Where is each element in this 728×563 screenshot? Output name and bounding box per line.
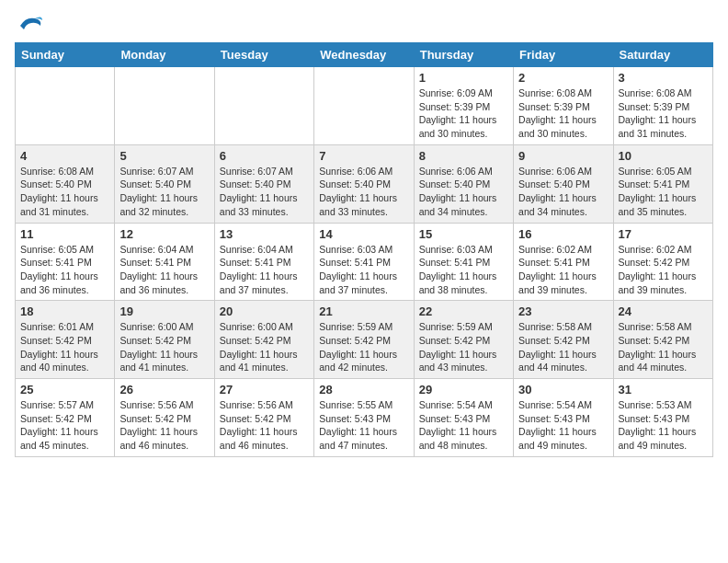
calendar-cell: 30Sunrise: 5:54 AM Sunset: 5:43 PM Dayli… xyxy=(514,379,613,457)
day-number: 25 xyxy=(20,383,109,396)
day-number: 30 xyxy=(518,383,608,396)
logo-bird-icon xyxy=(17,15,42,35)
calendar-cell: 3Sunrise: 6:08 AM Sunset: 5:39 PM Daylig… xyxy=(613,67,712,145)
day-info: Sunrise: 6:08 AM Sunset: 5:39 PM Dayligh… xyxy=(619,86,708,141)
day-number: 15 xyxy=(419,227,508,241)
day-info: Sunrise: 6:04 AM Sunset: 5:41 PM Dayligh… xyxy=(220,243,309,297)
calendar-cell: 28Sunrise: 5:55 AM Sunset: 5:43 PM Dayli… xyxy=(314,379,414,457)
day-number: 12 xyxy=(119,227,209,241)
day-info: Sunrise: 6:06 AM Sunset: 5:40 PM Dayligh… xyxy=(419,165,508,219)
day-number: 3 xyxy=(619,71,708,85)
calendar-cell: 14Sunrise: 6:03 AM Sunset: 5:41 PM Dayli… xyxy=(314,223,414,301)
calendar-cell: 5Sunrise: 6:07 AM Sunset: 5:40 PM Daylig… xyxy=(115,144,214,223)
day-number: 20 xyxy=(220,304,309,318)
calendar-cell: 1Sunrise: 6:09 AM Sunset: 5:39 PM Daylig… xyxy=(414,67,513,145)
day-number: 22 xyxy=(419,304,508,318)
day-info: Sunrise: 6:00 AM Sunset: 5:42 PM Dayligh… xyxy=(220,320,309,374)
logo xyxy=(15,15,42,35)
day-number: 19 xyxy=(119,304,209,318)
day-number: 23 xyxy=(518,304,608,318)
day-info: Sunrise: 6:05 AM Sunset: 5:41 PM Dayligh… xyxy=(20,243,109,297)
day-number: 17 xyxy=(619,227,708,241)
day-info: Sunrise: 6:07 AM Sunset: 5:40 PM Dayligh… xyxy=(220,165,309,219)
calendar-cell: 13Sunrise: 6:04 AM Sunset: 5:41 PM Dayli… xyxy=(214,223,313,301)
calendar-cell: 29Sunrise: 5:54 AM Sunset: 5:43 PM Dayli… xyxy=(414,379,513,457)
calendar-cell: 25Sunrise: 5:57 AM Sunset: 5:42 PM Dayli… xyxy=(16,379,115,457)
day-info: Sunrise: 6:06 AM Sunset: 5:40 PM Dayligh… xyxy=(319,165,408,219)
day-number: 4 xyxy=(20,149,109,163)
day-info: Sunrise: 5:55 AM Sunset: 5:43 PM Dayligh… xyxy=(319,398,408,453)
calendar-table: SundayMondayTuesdayWednesdayThursdayFrid… xyxy=(15,42,713,457)
day-info: Sunrise: 6:08 AM Sunset: 5:40 PM Dayligh… xyxy=(20,165,109,219)
day-header-sunday: Sunday xyxy=(16,43,115,67)
calendar-cell: 10Sunrise: 6:05 AM Sunset: 5:41 PM Dayli… xyxy=(613,144,712,223)
calendar-cell: 11Sunrise: 6:05 AM Sunset: 5:41 PM Dayli… xyxy=(16,223,115,301)
calendar-cell: 20Sunrise: 6:00 AM Sunset: 5:42 PM Dayli… xyxy=(214,301,313,379)
day-number: 1 xyxy=(419,71,508,85)
calendar-cell xyxy=(314,67,414,145)
day-info: Sunrise: 6:03 AM Sunset: 5:41 PM Dayligh… xyxy=(319,243,408,297)
day-number: 8 xyxy=(419,149,508,163)
day-number: 27 xyxy=(220,383,309,396)
day-number: 21 xyxy=(319,304,408,318)
day-number: 16 xyxy=(518,227,608,241)
week-row-3: 11Sunrise: 6:05 AM Sunset: 5:41 PM Dayli… xyxy=(16,223,713,301)
calendar-cell: 6Sunrise: 6:07 AM Sunset: 5:40 PM Daylig… xyxy=(214,144,313,223)
calendar-cell: 22Sunrise: 5:59 AM Sunset: 5:42 PM Dayli… xyxy=(414,301,513,379)
day-info: Sunrise: 6:07 AM Sunset: 5:40 PM Dayligh… xyxy=(119,165,209,219)
calendar-cell: 19Sunrise: 6:00 AM Sunset: 5:42 PM Dayli… xyxy=(115,301,214,379)
day-info: Sunrise: 5:53 AM Sunset: 5:43 PM Dayligh… xyxy=(619,398,708,453)
day-number: 6 xyxy=(220,149,309,163)
day-number: 18 xyxy=(20,304,109,318)
week-row-2: 4Sunrise: 6:08 AM Sunset: 5:40 PM Daylig… xyxy=(16,144,713,223)
calendar-cell: 8Sunrise: 6:06 AM Sunset: 5:40 PM Daylig… xyxy=(414,144,513,223)
day-info: Sunrise: 5:58 AM Sunset: 5:42 PM Dayligh… xyxy=(518,320,608,374)
calendar-cell: 2Sunrise: 6:08 AM Sunset: 5:39 PM Daylig… xyxy=(514,67,613,145)
day-info: Sunrise: 5:56 AM Sunset: 5:42 PM Dayligh… xyxy=(220,398,309,453)
calendar-cell: 17Sunrise: 6:02 AM Sunset: 5:42 PM Dayli… xyxy=(613,223,712,301)
calendar-cell xyxy=(214,67,313,145)
day-number: 11 xyxy=(20,227,109,241)
day-info: Sunrise: 5:58 AM Sunset: 5:42 PM Dayligh… xyxy=(619,320,708,374)
calendar-cell: 31Sunrise: 5:53 AM Sunset: 5:43 PM Dayli… xyxy=(613,379,712,457)
week-row-5: 25Sunrise: 5:57 AM Sunset: 5:42 PM Dayli… xyxy=(16,379,713,457)
day-header-monday: Monday xyxy=(115,43,214,67)
day-info: Sunrise: 6:08 AM Sunset: 5:39 PM Dayligh… xyxy=(518,86,608,141)
calendar-header-row: SundayMondayTuesdayWednesdayThursdayFrid… xyxy=(16,43,713,67)
day-number: 24 xyxy=(619,304,708,318)
calendar-cell: 26Sunrise: 5:56 AM Sunset: 5:42 PM Dayli… xyxy=(115,379,214,457)
day-number: 26 xyxy=(119,383,209,396)
calendar-cell: 27Sunrise: 5:56 AM Sunset: 5:42 PM Dayli… xyxy=(214,379,313,457)
day-info: Sunrise: 6:02 AM Sunset: 5:41 PM Dayligh… xyxy=(518,243,608,297)
calendar-cell: 7Sunrise: 6:06 AM Sunset: 5:40 PM Daylig… xyxy=(314,144,414,223)
day-info: Sunrise: 5:56 AM Sunset: 5:42 PM Dayligh… xyxy=(119,398,209,453)
day-number: 28 xyxy=(319,383,408,396)
calendar-cell: 18Sunrise: 6:01 AM Sunset: 5:42 PM Dayli… xyxy=(16,301,115,379)
day-info: Sunrise: 6:09 AM Sunset: 5:39 PM Dayligh… xyxy=(419,86,508,141)
day-info: Sunrise: 6:03 AM Sunset: 5:41 PM Dayligh… xyxy=(419,243,508,297)
day-info: Sunrise: 5:54 AM Sunset: 5:43 PM Dayligh… xyxy=(518,398,608,453)
day-number: 13 xyxy=(220,227,309,241)
day-header-tuesday: Tuesday xyxy=(214,43,313,67)
day-info: Sunrise: 6:00 AM Sunset: 5:42 PM Dayligh… xyxy=(119,320,209,374)
day-info: Sunrise: 5:59 AM Sunset: 5:42 PM Dayligh… xyxy=(319,320,408,374)
day-info: Sunrise: 6:01 AM Sunset: 5:42 PM Dayligh… xyxy=(20,320,109,374)
day-number: 9 xyxy=(518,149,608,163)
calendar-cell xyxy=(16,67,115,145)
day-info: Sunrise: 6:06 AM Sunset: 5:40 PM Dayligh… xyxy=(518,165,608,219)
calendar-cell: 9Sunrise: 6:06 AM Sunset: 5:40 PM Daylig… xyxy=(514,144,613,223)
calendar-cell: 24Sunrise: 5:58 AM Sunset: 5:42 PM Dayli… xyxy=(613,301,712,379)
calendar-cell: 12Sunrise: 6:04 AM Sunset: 5:41 PM Dayli… xyxy=(115,223,214,301)
day-header-wednesday: Wednesday xyxy=(314,43,414,67)
week-row-4: 18Sunrise: 6:01 AM Sunset: 5:42 PM Dayli… xyxy=(16,301,713,379)
day-header-friday: Friday xyxy=(514,43,613,67)
day-number: 14 xyxy=(319,227,408,241)
day-info: Sunrise: 5:54 AM Sunset: 5:43 PM Dayligh… xyxy=(419,398,508,453)
calendar-cell: 4Sunrise: 6:08 AM Sunset: 5:40 PM Daylig… xyxy=(16,144,115,223)
calendar-cell: 21Sunrise: 5:59 AM Sunset: 5:42 PM Dayli… xyxy=(314,301,414,379)
week-row-1: 1Sunrise: 6:09 AM Sunset: 5:39 PM Daylig… xyxy=(16,67,713,145)
day-number: 10 xyxy=(619,149,708,163)
day-info: Sunrise: 6:02 AM Sunset: 5:42 PM Dayligh… xyxy=(619,243,708,297)
calendar-cell xyxy=(115,67,214,145)
day-number: 29 xyxy=(419,383,508,396)
